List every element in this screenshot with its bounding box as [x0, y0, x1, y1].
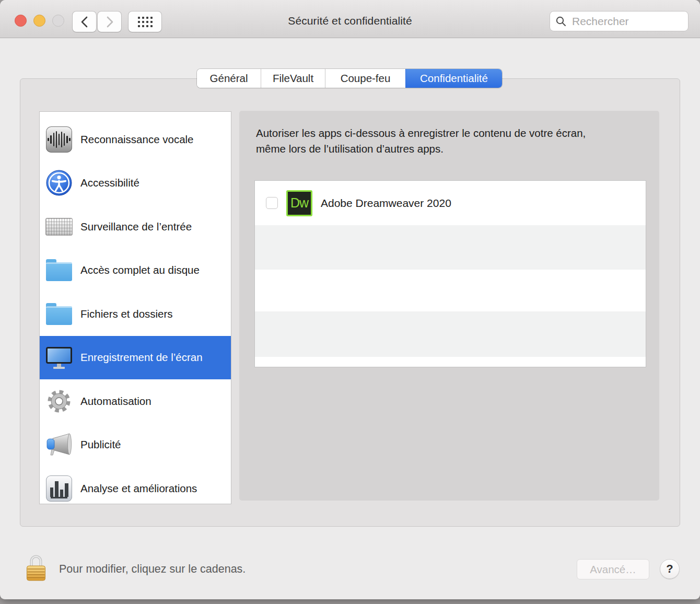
sidebar-item-files-and-folders[interactable]: Fichiers et dossiers	[40, 292, 231, 336]
privacy-sidebar: Reconnaissance vocale	[39, 111, 231, 504]
sidebar-item-label: Surveillance de l’entrée	[80, 220, 192, 233]
tab-firewall[interactable]: Coupe-feu	[325, 69, 405, 88]
list-stripe-row	[255, 270, 646, 311]
app-name: Adobe Dreamweaver 2020	[321, 197, 451, 210]
panel-description: Autoriser les apps ci-dessous à enregist…	[256, 125, 635, 156]
display-icon	[45, 344, 73, 371]
sidebar-item-advertising[interactable]: Publicité	[40, 423, 231, 467]
sidebar-item-screen-recording[interactable]: Enregistrement de l’écran	[39, 336, 231, 380]
sidebar-item-label: Accessibilité	[80, 177, 139, 189]
sidebar-item-label: Publicité	[80, 438, 121, 451]
lock-hint-text: Pour modifier, cliquez sur le cadenas.	[59, 563, 246, 576]
screen-recording-panel: Autoriser les apps ci-dessous à enregist…	[239, 111, 659, 501]
megaphone-icon	[45, 431, 73, 458]
list-stripe-row	[255, 311, 646, 357]
sidebar-item-full-disk-access[interactable]: Accès complet au disque	[40, 249, 231, 293]
speech-waveform-icon	[45, 126, 73, 153]
allowed-apps-list: Dw Adobe Dreamweaver 2020	[254, 180, 646, 367]
tab-privacy[interactable]: Confidentialité	[405, 69, 502, 88]
sidebar-item-accessibility[interactable]: Accessibilité	[40, 161, 231, 205]
app-checkbox[interactable]	[266, 197, 278, 209]
tab-general[interactable]: Général	[197, 69, 261, 88]
blue-folder-icon	[45, 257, 73, 284]
search-field[interactable]	[550, 11, 689, 31]
sidebar-item-label: Automatisation	[80, 395, 151, 408]
list-stripe-row	[255, 225, 646, 270]
titlebar: Sécurité et confidentialité	[0, 0, 700, 38]
tab-bar: Général FileVault Coupe-feu Confidential…	[197, 69, 502, 88]
sidebar-item-automation[interactable]: Automatisation	[40, 379, 231, 423]
bar-chart-icon	[45, 475, 73, 502]
list-stripe-row	[255, 357, 646, 367]
help-button[interactable]: ?	[660, 559, 680, 579]
sidebar-item-speech-recognition[interactable]: Reconnaissance vocale	[40, 118, 231, 161]
sidebar-item-label: Fichiers et dossiers	[80, 308, 173, 320]
security-privacy-window: Sécurité et confidentialité Général File…	[0, 0, 700, 599]
sidebar-item-input-monitoring[interactable]: Surveillance de l’entrée	[40, 205, 231, 249]
sidebar-item-label: Reconnaissance vocale	[80, 133, 194, 146]
search-icon	[555, 16, 567, 27]
accessibility-icon	[45, 169, 73, 196]
advanced-button[interactable]: Avancé…	[577, 559, 649, 579]
tab-filevault[interactable]: FileVault	[261, 69, 325, 88]
keyboard-icon	[45, 213, 73, 240]
sidebar-item-label: Enregistrement de l’écran	[80, 351, 203, 364]
lock-button[interactable]	[26, 552, 46, 582]
gear-icon	[45, 388, 73, 415]
app-row-dreamweaver: Dw Adobe Dreamweaver 2020	[255, 181, 646, 225]
sidebar-item-label: Analyse et améliorations	[80, 482, 197, 495]
sidebar-item-label: Accès complet au disque	[80, 264, 200, 276]
blue-folder-icon	[45, 300, 73, 328]
sidebar-item-analytics[interactable]: Analyse et améliorations	[40, 467, 231, 504]
search-input[interactable]	[571, 15, 683, 28]
dreamweaver-icon: Dw	[286, 190, 312, 216]
locked-padlock-icon	[26, 552, 46, 582]
